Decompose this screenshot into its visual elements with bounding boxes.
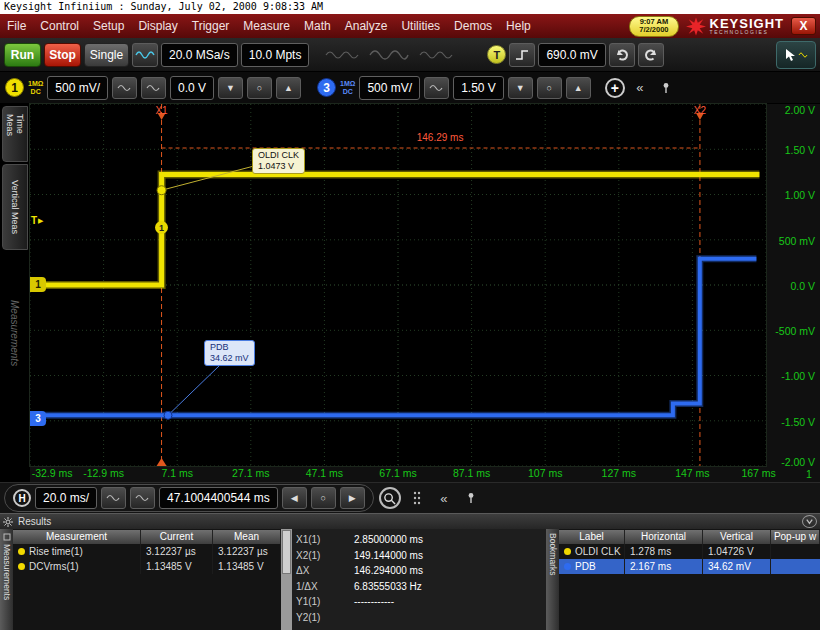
single-button[interactable]: Single (84, 43, 129, 67)
menu-item-measure[interactable]: Measure (236, 14, 297, 38)
bookmark-flag-pdb[interactable]: PDB 34.62 mV (204, 340, 255, 366)
collapse-hbar-button[interactable]: « (433, 487, 455, 509)
clock-date: 7/2/2000 (639, 26, 668, 35)
position-right-button[interactable]: ▶ (340, 487, 365, 509)
channel-3-wave-button-1[interactable] (424, 77, 449, 99)
channel-3-offset-zero-button[interactable]: ○ (537, 77, 562, 99)
channel-1-offset-box[interactable]: 0.0 V (170, 76, 214, 100)
acquisition-wave-icon-3[interactable] (414, 43, 458, 67)
horizontal-button[interactable]: H (13, 489, 31, 507)
channel-1-offset-down-button[interactable]: ▼ (218, 77, 243, 99)
scrollbar-thumb[interactable] (282, 530, 291, 574)
channel-1-offset-zero-button[interactable]: ○ (247, 77, 272, 99)
tab-bookmarks[interactable]: Bookmarks (546, 529, 559, 630)
minimize-results-button[interactable] (802, 515, 817, 528)
channel-3-offset-up-button[interactable]: ▲ (566, 77, 591, 99)
menu-item-demos[interactable]: Demos (447, 14, 499, 38)
cursor-mode-button[interactable] (776, 41, 816, 69)
channel-3-button[interactable]: 3 (317, 78, 336, 97)
acquisition-wave-icon-1[interactable] (320, 43, 364, 67)
marker-result-label: X2(1) (296, 550, 354, 561)
channel-1-offset-up-button[interactable]: ▲ (276, 77, 301, 99)
sample-rate-box[interactable]: 20.0 MSa/s (161, 43, 238, 67)
bookmark-flag-oldi-clk[interactable]: OLDI CLK 1.0473 V (252, 148, 305, 174)
column-header[interactable]: Mean (213, 530, 281, 544)
menu-item-display[interactable]: Display (131, 14, 184, 38)
memory-depth-box[interactable]: 10.0 Mpts (241, 43, 310, 67)
add-channel-button[interactable]: + (605, 78, 625, 98)
channel-3-offset-box[interactable]: 1.50 V (453, 76, 504, 100)
channel-1-ground-marker[interactable]: 1 (30, 277, 46, 292)
waveform-display[interactable]: X1 X2 146.29 ms OLDI CLK 1.0473 V PDB 34… (30, 104, 766, 466)
run-button[interactable]: Run (4, 43, 41, 67)
bookmark-row-selected[interactable]: PDB 2.167 ms 34.62 mV (559, 559, 820, 574)
column-header[interactable]: Pop-up w (771, 530, 820, 544)
timebase-position-box[interactable]: 47.1004400544 ms (159, 487, 278, 509)
channel-3-scale-box[interactable]: 500 mV/ (359, 76, 420, 100)
trigger-level-marker[interactable]: T▶ (31, 215, 44, 226)
trigger-level-box[interactable]: 690.0 mV (538, 43, 605, 67)
cursor-x1-label[interactable]: X1 (155, 105, 167, 116)
timebase-wave-button-1[interactable] (101, 487, 126, 509)
pin-toolbar-button[interactable] (655, 77, 677, 99)
menu-item-setup[interactable]: Setup (86, 14, 131, 38)
menu-item-math[interactable]: Math (297, 14, 338, 38)
keysight-logo: KEYSIGHT TECHNOLOGIES (686, 17, 784, 36)
menu-item-trigger[interactable]: Trigger (185, 14, 237, 38)
more-options-button[interactable] (406, 487, 428, 509)
channel-1-scale-box[interactable]: 500 mV/ (47, 76, 108, 100)
tab-vertical-meas[interactable]: Vertical Meas (2, 164, 28, 250)
sine-icon (117, 83, 133, 93)
close-button[interactable]: X (791, 17, 816, 35)
measurements-scrollbar[interactable] (281, 529, 292, 630)
channel-1-button[interactable]: 1 (5, 78, 24, 97)
column-header[interactable]: Vertical (703, 530, 771, 544)
x-axis-label: -32.9 ms (32, 467, 73, 479)
menu-item-analyze[interactable]: Analyze (338, 14, 395, 38)
timebase-wave-button-2[interactable] (130, 487, 155, 509)
menu-item-help[interactable]: Help (499, 14, 538, 38)
marker-results-panel: X1(1) 2.85000000 ms X2(1) 149.144000 ms … (292, 529, 546, 630)
bookmark-row[interactable]: OLDI CLK 1.278 ms 1.04726 V (559, 544, 820, 559)
position-zero-button[interactable]: ○ (311, 487, 336, 509)
trigger-marker-letter: T (31, 215, 37, 226)
channel-1-wave-button-1[interactable] (112, 77, 137, 99)
measurement-row[interactable]: DCVrms(1) 1.13485 V 1.13485 V (13, 559, 281, 574)
acquisition-wave-icon-2[interactable] (367, 43, 411, 67)
marker-result-row: 1/ΔX 6.83555033 Hz (292, 579, 546, 595)
column-header[interactable]: Horizontal (625, 530, 703, 544)
timebase-scale-box[interactable]: 20.0 ms/ (35, 487, 97, 509)
menu-item-utilities[interactable]: Utilities (394, 14, 447, 38)
undo-button[interactable] (609, 43, 635, 67)
pin-hbar-button[interactable] (460, 487, 482, 509)
measurement-row[interactable]: Rise time(1) 3.12237 µs 3.12237 µs (13, 544, 281, 559)
stop-button[interactable]: Stop (44, 43, 81, 67)
channel-3-offset-down-button[interactable]: ▼ (508, 77, 533, 99)
bookmark-horizontal: 2.167 ms (625, 559, 703, 574)
marker-result-row: Y1(1) ------------ (292, 594, 546, 610)
column-header[interactable]: Label (559, 530, 625, 544)
tab-time-meas[interactable]: Time Meas (2, 106, 28, 162)
gear-icon[interactable] (3, 517, 13, 527)
column-header[interactable]: Measurement (13, 530, 141, 544)
channel-1-wave-button-2[interactable] (141, 77, 166, 99)
clock-display[interactable]: 9:07 AM 7/2/2000 (629, 16, 678, 37)
x-axis-label: 47.1 ms (306, 467, 343, 479)
zoom-button[interactable] (379, 487, 401, 509)
trigger-source-button[interactable]: T (487, 45, 506, 64)
waveform-mode-button[interactable] (132, 43, 158, 67)
menu-item-control[interactable]: Control (33, 14, 86, 38)
results-title: Results (18, 516, 51, 527)
position-left-button[interactable]: ◀ (282, 487, 307, 509)
mouse-pointer-icon (784, 48, 796, 62)
menu-item-file[interactable]: File (0, 14, 33, 38)
column-header[interactable]: Current (141, 530, 213, 544)
measurements-dock-label[interactable]: Measurements (9, 300, 20, 366)
redo-button[interactable] (638, 43, 664, 67)
tab-measurements[interactable]: Measurements (0, 529, 13, 630)
cursor-x2-label[interactable]: X2 (694, 105, 706, 116)
channel-3-ground-marker[interactable]: 3 (30, 411, 46, 426)
trigger-edge-button[interactable] (509, 43, 535, 67)
collapse-toolbar-button[interactable]: « (629, 77, 651, 99)
sine-icon (146, 83, 162, 93)
